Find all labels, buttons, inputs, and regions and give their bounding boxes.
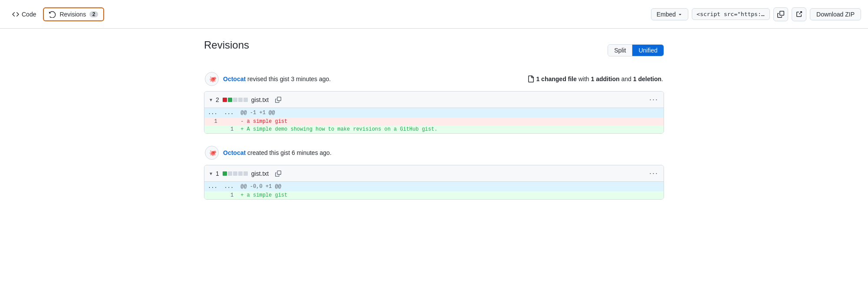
revision-2-text: Octocat created this gist 6 minutes ago. [223,149,332,156]
diff-sq-gray-2d [243,171,248,176]
diff-sq-green-2 [223,171,227,176]
code-icon [12,11,19,18]
external-link-icon [796,11,802,18]
top-nav: Code Revisions 2 Embed <script src="http… [0,0,868,29]
file-header-right-1[interactable]: ··· [649,95,658,104]
add-right-num-2: 1 [221,191,237,199]
code-tab-button[interactable]: Code [7,8,41,20]
diff-sq-gray-1c [243,98,248,102]
hunk-right-num-2: ... [221,182,237,191]
copy-small-icon-2 [275,171,281,177]
view-toggle: Split Unified [608,44,664,56]
nav-left: Code Revisions 2 [7,7,104,21]
collapse-icon-1[interactable]: ▾ [210,97,212,103]
file-header-left-1: ▾ 2 gist.txt [210,95,283,104]
copy-icon [777,11,784,18]
script-url-display: <script src="https:// [692,8,770,20]
file-block-2: ▾ 1 gist.txt [204,165,664,200]
diff-stat-mini-2 [223,171,248,176]
revision-2-action: created this gist 6 minutes ago. [247,149,332,156]
file-name-1: gist.txt [251,96,269,103]
diff-sq-gray-1b [238,98,243,102]
page-title-row: Revisions Split Unified [204,39,664,62]
copy-filename-1[interactable] [274,95,283,104]
revision-header-left-2: 🐙 Octocat created this gist 6 minutes ag… [205,146,332,160]
del-right-num-1 [221,118,237,125]
diff-table-1: ... ... @@ -1 +1 @@ 1 - a simple gist 1 … [204,108,664,133]
hunk-left-num-2: ... [204,182,221,191]
diff-sq-gray-2a [228,171,232,176]
diff-stat-mini-1 [223,98,248,102]
diff-del-row-1: 1 - a simple gist [204,118,664,125]
add-content-1: + A simple demo showing how to make revi… [237,125,664,133]
file-name-2: gist.txt [251,170,269,177]
changed-files-text-1: 1 changed file with 1 addition and 1 del… [536,76,663,82]
del-left-num-1: 1 [204,118,221,125]
diff-add-row-2: 1 + a simple gist [204,191,664,199]
revision-header-2: 🐙 Octocat created this gist 6 minutes ag… [204,146,664,160]
download-zip-button[interactable]: Download ZIP [810,8,861,20]
hunk-content-1: @@ -1 +1 @@ [237,108,664,118]
diff-table-2: ... ... @@ -0,0 +1 @@ 1 + a simple gist [204,182,664,199]
hunk-left-num-1: ... [204,108,221,118]
revision-entry-2: 🐙 Octocat created this gist 6 minutes ag… [204,146,664,200]
code-tab-label: Code [22,11,36,18]
collapse-icon-2[interactable]: ▾ [210,171,212,177]
diff-hunk-row-2: ... ... @@ -0,0 +1 @@ [204,182,664,191]
copy-small-icon-1 [275,97,281,103]
del-content-1: - a simple gist [237,118,664,125]
diff-sq-gray-2c [238,171,243,176]
copy-url-button[interactable] [773,7,788,21]
avatar-1: 🐙 [205,72,219,86]
unified-view-button[interactable]: Unified [632,45,664,56]
main-content: Revisions Split Unified 🐙 Octocat revise… [195,29,673,222]
embed-button[interactable]: Embed [651,8,688,20]
revision-header-left-1: 🐙 Octocat revised this gist 3 minutes ag… [205,72,331,86]
split-view-button[interactable]: Split [608,45,632,56]
page-title: Revisions [204,39,249,51]
diff-sq-green-1 [228,98,232,102]
chevron-down-icon [677,12,683,17]
hunk-right-num-1: ... [221,108,237,118]
revision-entry-1: 🐙 Octocat revised this gist 3 minutes ag… [204,72,664,134]
diff-hunk-row-1: ... ... @@ -1 +1 @@ [204,108,664,118]
diff-sq-gray-2b [233,171,237,176]
revision-header-1: 🐙 Octocat revised this gist 3 minutes ag… [204,72,664,86]
diff-add-row-1: 1 + A simple demo showing how to make re… [204,125,664,133]
file-header-1: ▾ 2 gist.txt [204,92,664,108]
add-right-num-1: 1 [221,125,237,133]
avatar-2: 🐙 [205,146,219,160]
file-header-right-2[interactable]: ··· [649,169,658,178]
hunk-content-2: @@ -0,0 +1 @@ [237,182,664,191]
file-header-2: ▾ 1 gist.txt [204,165,664,182]
add-content-2: + a simple gist [237,191,664,199]
svg-text:🐙: 🐙 [209,149,217,157]
revisions-tab-button[interactable]: Revisions 2 [43,7,104,21]
add-left-num-1 [204,125,221,133]
nav-right: Embed <script src="https:// Download ZIP [651,7,861,21]
user-link-1[interactable]: Octocat [223,76,246,82]
open-new-tab-button[interactable] [792,7,806,21]
revision-1-action: revised this gist 3 minutes ago. [247,76,331,82]
revisions-count-badge: 2 [89,11,98,17]
user-link-2[interactable]: Octocat [223,149,246,156]
file-header-left-2: ▾ 1 gist.txt [210,169,283,178]
file-changed-icon-1 [527,76,534,82]
file-block-1: ▾ 2 gist.txt [204,91,664,134]
diff-count-2: 1 [216,170,219,177]
add-left-num-2 [204,191,221,199]
revisions-tab-label: Revisions [59,11,86,18]
diff-count-1: 2 [216,96,219,103]
embed-label: Embed [657,11,676,18]
copy-filename-2[interactable] [274,169,283,178]
revision-header-right-1: 1 changed file with 1 addition and 1 del… [527,76,663,82]
svg-text:🐙: 🐙 [209,76,217,83]
download-zip-label: Download ZIP [816,11,855,18]
revisions-icon [49,11,56,18]
diff-sq-gray-1a [233,98,237,102]
revision-1-text: Octocat revised this gist 3 minutes ago. [223,76,331,82]
diff-sq-red-1 [223,98,227,102]
